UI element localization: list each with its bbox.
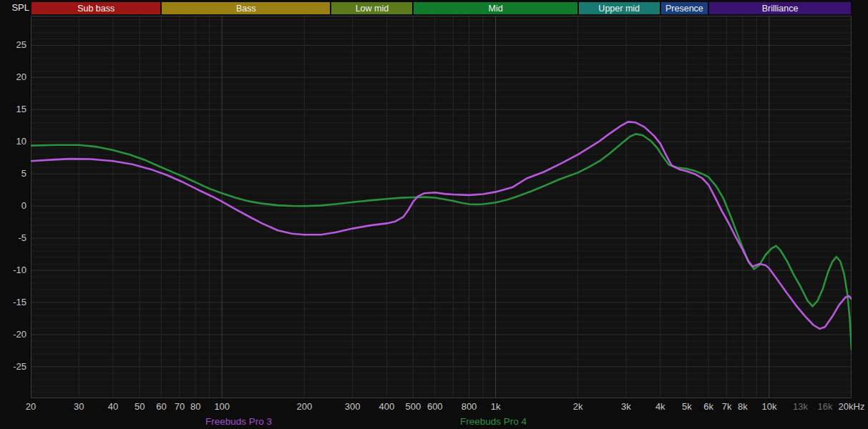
x-tick-1k: 1k — [491, 401, 501, 413]
x-tick-300: 300 — [345, 401, 361, 413]
x-tick-500: 500 — [406, 401, 421, 413]
x-tick-6k: 6k — [703, 401, 713, 413]
x-tick-20kHz: 20kHz — [839, 401, 865, 413]
x-tick-800: 800 — [462, 401, 477, 413]
x-tick-100: 100 — [214, 401, 230, 413]
x-tick-400: 400 — [379, 401, 395, 413]
y-tick--5: -5 — [0, 232, 26, 245]
y-tick--10: -10 — [0, 264, 26, 277]
plot-area — [31, 16, 852, 398]
legend-item-freebuds-pro-3[interactable]: Freebuds Pro 3 — [205, 415, 272, 428]
y-tick-25: 25 — [0, 39, 26, 51]
y-tick-0: 0 — [0, 199, 26, 212]
x-tick-2k: 2k — [573, 401, 583, 413]
y-tick--15: -15 — [0, 296, 26, 309]
x-tick-600: 600 — [427, 401, 443, 413]
x-tick-8k: 8k — [738, 401, 748, 413]
frequency-response-app: SPL Sub bassBassLow midMidUpper midPrese… — [0, 0, 868, 429]
x-tick-40: 40 — [108, 401, 118, 413]
band-mid: Mid — [414, 2, 577, 14]
band-bass: Bass — [162, 2, 330, 14]
x-tick-80: 80 — [190, 401, 200, 413]
band-low-mid: Low mid — [331, 2, 412, 14]
y-tick-10: 10 — [0, 135, 26, 148]
spl-axis-title: SPL — [0, 2, 29, 14]
x-tick-30: 30 — [74, 401, 84, 413]
x-tick-20: 20 — [26, 401, 36, 413]
x-tick-16k: 16k — [817, 401, 832, 413]
band-presence: Presence — [661, 2, 708, 14]
x-tick-5k: 5k — [682, 401, 692, 413]
band-upper-mid: Upper mid — [579, 2, 660, 14]
x-tick-3k: 3k — [621, 401, 631, 413]
x-tick-60: 60 — [156, 401, 166, 413]
y-tick-5: 5 — [0, 167, 26, 180]
fr-chart-svg — [31, 16, 852, 398]
band-sub-bass: Sub bass — [31, 2, 160, 14]
band-brilliance: Brilliance — [709, 2, 851, 14]
x-tick-200: 200 — [296, 401, 312, 413]
y-tick--20: -20 — [0, 328, 26, 341]
x-tick-7k: 7k — [722, 401, 732, 413]
x-tick-10k: 10k — [761, 401, 776, 413]
y-tick-20: 20 — [0, 71, 26, 84]
x-tick-50: 50 — [135, 401, 145, 413]
x-tick-70: 70 — [175, 401, 185, 413]
y-tick-15: 15 — [0, 103, 26, 116]
y-tick--25: -25 — [0, 360, 26, 373]
x-tick-4k: 4k — [655, 401, 665, 413]
legend-item-freebuds-pro-4[interactable]: Freebuds Pro 4 — [460, 415, 527, 428]
x-tick-13k: 13k — [793, 401, 808, 413]
